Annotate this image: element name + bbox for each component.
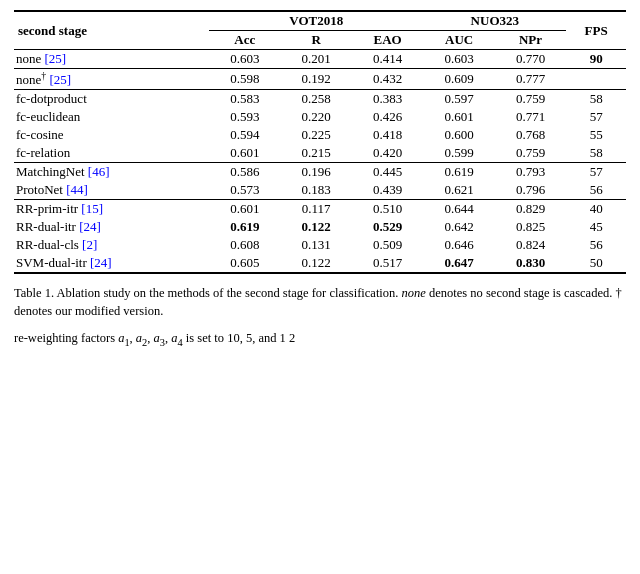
cite: [24] [79, 219, 101, 234]
table-caption: Table 1. Ablation study on the methods o… [14, 284, 626, 320]
cell: 0.201 [281, 50, 352, 69]
row-label: fc-relation [14, 144, 209, 163]
nuo323-header: NUO323 [423, 11, 566, 31]
fps-cell: 58 [566, 90, 626, 109]
cell: 0.122 [281, 218, 352, 236]
cite: [46] [88, 164, 110, 179]
row-label: SVM-dual-itr [24] [14, 254, 209, 273]
cell: 0.647 [423, 254, 494, 273]
fps-cell: 57 [566, 163, 626, 182]
cell: 0.824 [495, 236, 566, 254]
cell: 0.594 [209, 126, 280, 144]
cell: 0.420 [352, 144, 423, 163]
fps-cell: 57 [566, 108, 626, 126]
table-row: ProtoNet [44] 0.573 0.183 0.439 0.621 0.… [14, 181, 626, 200]
table-row: RR-dual-cls [2] 0.608 0.131 0.509 0.646 … [14, 236, 626, 254]
row-label: none† [25] [14, 69, 209, 90]
fps-cell: 56 [566, 236, 626, 254]
cell: 0.432 [352, 69, 423, 90]
table-row: fc-euclidean 0.593 0.220 0.426 0.601 0.7… [14, 108, 626, 126]
cell: 0.770 [495, 50, 566, 69]
auc-header: AUC [423, 31, 494, 50]
table-row: MatchingNet [46] 0.586 0.196 0.445 0.619… [14, 163, 626, 182]
cell: 0.793 [495, 163, 566, 182]
table-row: RR-prim-itr [15] 0.601 0.117 0.510 0.644… [14, 200, 626, 219]
fps-cell [566, 69, 626, 90]
cite: [2] [82, 237, 97, 252]
fps-cell: 90 [566, 50, 626, 69]
cell: 0.583 [209, 90, 280, 109]
cell: 0.777 [495, 69, 566, 90]
cell: 0.573 [209, 181, 280, 200]
fps-header: FPS [566, 11, 626, 50]
row-label: RR-dual-itr [24] [14, 218, 209, 236]
cell: 0.796 [495, 181, 566, 200]
fps-cell: 40 [566, 200, 626, 219]
cell: 0.131 [281, 236, 352, 254]
fps-cell: 50 [566, 254, 626, 273]
cell: 0.621 [423, 181, 494, 200]
table-row: RR-dual-itr [24] 0.619 0.122 0.529 0.642… [14, 218, 626, 236]
cell: 0.220 [281, 108, 352, 126]
cell: 0.597 [423, 90, 494, 109]
fps-cell: 55 [566, 126, 626, 144]
cite: [15] [81, 201, 103, 216]
cell: 0.599 [423, 144, 494, 163]
fps-cell: 58 [566, 144, 626, 163]
cell: 0.225 [281, 126, 352, 144]
eao-header: EAO [352, 31, 423, 50]
cell: 0.593 [209, 108, 280, 126]
row-label: MatchingNet [46] [14, 163, 209, 182]
cell: 0.644 [423, 200, 494, 219]
cell: 0.619 [209, 218, 280, 236]
cell: 0.605 [209, 254, 280, 273]
cell: 0.258 [281, 90, 352, 109]
row-label: fc-euclidean [14, 108, 209, 126]
cell: 0.426 [352, 108, 423, 126]
table-row: fc-cosine 0.594 0.225 0.418 0.600 0.768 … [14, 126, 626, 144]
cite: [25] [45, 51, 67, 66]
fps-cell: 45 [566, 218, 626, 236]
table-container: second stage VOT2018 NUO323 FPS Acc R EA… [14, 10, 626, 274]
cite: [25] [49, 72, 71, 87]
cell: 0.619 [423, 163, 494, 182]
row-label: fc-cosine [14, 126, 209, 144]
row-label: none [25] [14, 50, 209, 69]
npr-header: NPr [495, 31, 566, 50]
table-row: SVM-dual-itr [24] 0.605 0.122 0.517 0.64… [14, 254, 626, 273]
r-header: R [281, 31, 352, 50]
acc-header: Acc [209, 31, 280, 50]
cell: 0.609 [423, 69, 494, 90]
cell: 0.601 [423, 108, 494, 126]
cell: 0.183 [281, 181, 352, 200]
row-label-header: second stage [14, 11, 209, 50]
table-row: none† [25] 0.598 0.192 0.432 0.609 0.777 [14, 69, 626, 90]
cite: [24] [90, 255, 112, 270]
cell: 0.608 [209, 236, 280, 254]
cell: 0.601 [209, 144, 280, 163]
cell: 0.215 [281, 144, 352, 163]
cell: 0.642 [423, 218, 494, 236]
cell: 0.603 [423, 50, 494, 69]
cell: 0.829 [495, 200, 566, 219]
cell: 0.529 [352, 218, 423, 236]
row-label: ProtoNet [44] [14, 181, 209, 200]
cell: 0.517 [352, 254, 423, 273]
cell: 0.603 [209, 50, 280, 69]
cell: 0.414 [352, 50, 423, 69]
row-label: RR-prim-itr [15] [14, 200, 209, 219]
cell: 0.418 [352, 126, 423, 144]
cell: 0.439 [352, 181, 423, 200]
vot2018-header: VOT2018 [209, 11, 423, 31]
cell: 0.759 [495, 90, 566, 109]
cell: 0.598 [209, 69, 280, 90]
cell: 0.509 [352, 236, 423, 254]
table-row: fc-relation 0.601 0.215 0.420 0.599 0.75… [14, 144, 626, 163]
cell: 0.383 [352, 90, 423, 109]
cell: 0.646 [423, 236, 494, 254]
cell: 0.601 [209, 200, 280, 219]
cell: 0.122 [281, 254, 352, 273]
cell: 0.830 [495, 254, 566, 273]
col-group-header-row: second stage VOT2018 NUO323 FPS [14, 11, 626, 31]
cell: 0.600 [423, 126, 494, 144]
